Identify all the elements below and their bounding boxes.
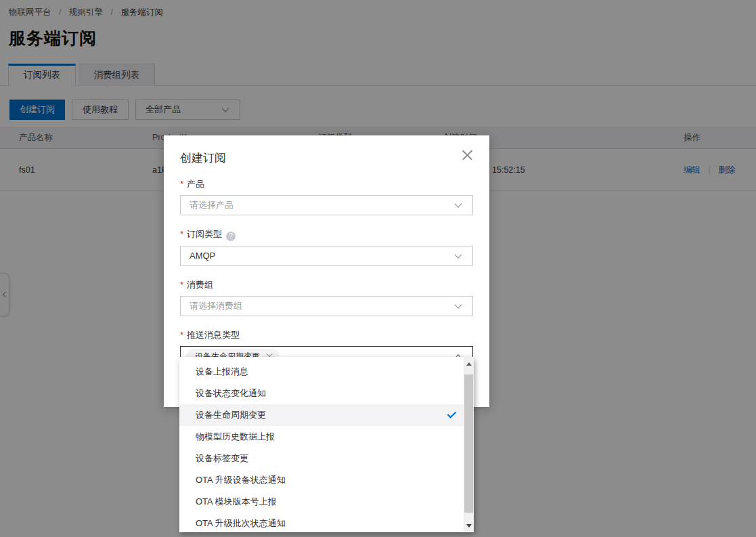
field-consumer-group: 消费组 请选择消费组 bbox=[180, 279, 473, 316]
option-device-report[interactable]: 设备上报消息 bbox=[179, 361, 464, 383]
chevron-down-icon bbox=[455, 302, 462, 309]
chevron-down-icon bbox=[455, 252, 462, 259]
option-label: 设备生命周期变更 bbox=[196, 410, 266, 420]
option-ota-device-status[interactable]: OTA 升级设备状态通知 bbox=[179, 469, 464, 491]
scroll-up-button[interactable] bbox=[464, 358, 474, 369]
field-product: 产品 请选择产品 bbox=[180, 178, 473, 215]
option-device-lifecycle[interactable]: 设备生命周期变更 bbox=[179, 404, 464, 426]
message-type-dropdown: 设备上报消息 设备状态变化通知 设备生命周期变更 物模型历史数据上报 设备标签变… bbox=[179, 357, 474, 532]
option-device-tag-change[interactable]: 设备标签变更 bbox=[179, 448, 464, 469]
triangle-down-icon bbox=[466, 524, 472, 528]
triangle-up-icon bbox=[466, 362, 472, 366]
field-consumer-group-label: 消费组 bbox=[180, 279, 473, 291]
dropdown-scrollbar[interactable] bbox=[464, 357, 474, 532]
option-ota-module-version[interactable]: OTA 模块版本号上报 bbox=[179, 491, 464, 513]
chevron-down-icon bbox=[455, 201, 462, 208]
product-select-placeholder: 请选择产品 bbox=[190, 200, 234, 210]
product-select[interactable]: 请选择产品 bbox=[180, 195, 473, 215]
modal-close-button[interactable] bbox=[462, 149, 474, 161]
subscribe-type-value: AMQP bbox=[190, 251, 215, 261]
field-subscribe-type-label: 订阅类型? bbox=[180, 228, 473, 241]
check-icon bbox=[447, 409, 456, 418]
field-push-message-type-label: 推送消息类型 bbox=[180, 329, 473, 341]
modal-title: 创建订阅 bbox=[180, 150, 473, 166]
option-list: 设备上报消息 设备状态变化通知 设备生命周期变更 物模型历史数据上报 设备标签变… bbox=[179, 361, 464, 532]
page: 物联网平台 / 规则引擎 / 服务端订阅 服务端订阅 订阅列表 消费组列表 创建… bbox=[0, 0, 756, 537]
scrollbar-thumb[interactable] bbox=[464, 374, 473, 513]
option-device-status-change[interactable]: 设备状态变化通知 bbox=[179, 383, 464, 404]
field-product-label: 产品 bbox=[180, 178, 473, 190]
close-icon bbox=[462, 149, 474, 161]
field-subscribe-type: 订阅类型? AMQP bbox=[180, 228, 473, 266]
help-icon[interactable]: ? bbox=[226, 232, 236, 241]
scroll-down-button[interactable] bbox=[464, 520, 474, 531]
consumer-group-select[interactable]: 请选择消费组 bbox=[180, 296, 473, 316]
option-thing-model-history[interactable]: 物模型历史数据上报 bbox=[179, 426, 464, 448]
subscribe-type-select[interactable]: AMQP bbox=[180, 246, 473, 266]
option-ota-batch-status[interactable]: OTA 升级批次状态通知 bbox=[179, 513, 464, 532]
consumer-group-placeholder: 请选择消费组 bbox=[190, 301, 242, 311]
